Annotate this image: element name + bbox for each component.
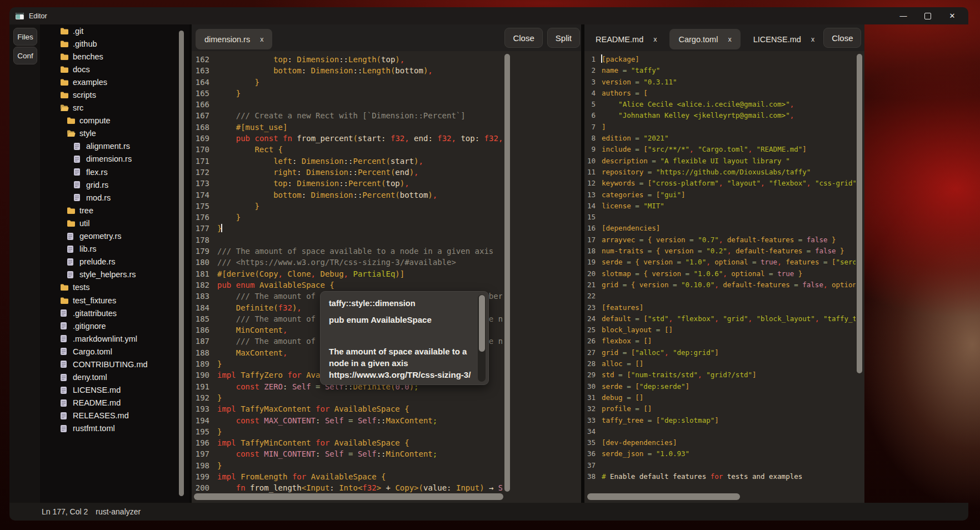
tab-license-md[interactable]: LICENSE.mdx [744,29,823,49]
code-line: edition = "2021" [602,133,856,144]
tree-item-scripts[interactable]: scripts [40,88,189,101]
right-horizontal-scrollbar[interactable] [587,493,740,500]
tree-item-label: tests [73,283,90,292]
tree-item-label: dimension.rs [86,154,132,163]
file-icon [73,168,82,176]
tree-item-label: .git [73,27,83,36]
left-split-button[interactable]: Split [547,28,580,48]
file-icon [67,271,76,279]
file-icon [60,373,69,382]
tree-item-readme-md[interactable]: README.md [40,397,189,409]
file-icon [60,347,69,356]
tree-item-benches[interactable]: benches [40,50,189,63]
tree-item-deny-toml[interactable]: deny.toml [40,371,189,384]
tree-item-label: rustfmt.toml [73,424,115,433]
tree-item-style[interactable]: style [40,127,189,140]
minimize-button[interactable]: — [895,9,912,23]
tree-item-dimension-rs[interactable]: dimension.rs [40,153,189,166]
tooltip-scrollbar-thumb[interactable] [479,295,485,352]
tree-item-examples[interactable]: examples [40,76,189,88]
tree-item-test-fixtures[interactable]: test_fixtures [40,294,189,307]
folder-icon [60,52,69,61]
file-icon [60,309,69,317]
tree-item-license-md[interactable]: LICENSE.md [40,384,189,397]
tab-close-icon[interactable]: x [811,36,814,43]
tree-item-util[interactable]: util [40,217,189,229]
tree-item-label: .github [73,39,97,48]
left-horizontal-scrollbar[interactable] [194,493,503,500]
code-line: } [217,88,502,99]
tree-item-lib-rs[interactable]: lib.rs [40,243,189,256]
file-icon [73,181,82,189]
tree-item--markdownlint-yml[interactable]: .markdownlint.yml [40,332,189,345]
tab-dimension-rs[interactable]: dimension.rs x [196,29,272,49]
folder-icon [60,39,69,48]
tree-item--git[interactable]: .git [40,24,189,37]
tree-item-contributing-md[interactable]: CONTRIBUTING.md [40,358,189,371]
tree-item-tests[interactable]: tests [40,281,189,294]
code-line: bottom: Dimension::Percent(bottom), [217,189,502,201]
tree-item-label: .gitignore [73,322,106,331]
tab-close-icon[interactable]: x [728,36,731,43]
code-line: std = ["num-traits/std", "grid?/std"] [602,369,856,381]
tree-item-geometry-rs[interactable]: geometry.rs [40,230,189,243]
tree-item-label: flex.rs [86,168,108,177]
tree-item-flex-rs[interactable]: flex.rs [40,166,189,178]
right-vertical-scrollbar[interactable] [857,54,862,373]
tab-readme-md[interactable]: README.mdx [587,29,666,49]
code-line: left: Dimension::Percent(start), [217,156,502,167]
close-button[interactable]: ✕ [944,9,961,23]
conf-button[interactable]: Conf [13,47,37,64]
editor-window: Editor — ✕ Files Conf .git.githubbenches… [9,7,968,521]
code-line: # Enable default features for tests and … [602,471,856,482]
code-line: grid = { version = "0.10.0", default-fea… [602,279,856,291]
right-tab-bar: README.mdxCargo.tomlxLICENSE.mdx Close S… [584,24,864,51]
tree-item-rustfmt-toml[interactable]: rustfmt.toml [40,422,189,435]
tree-item-releases-md[interactable]: RELEASES.md [40,409,189,422]
tree-item-grid-rs[interactable]: grid.rs [40,178,189,191]
code-line: include = ["src/**/*", "Cargo.toml", "RE… [602,144,856,155]
tree-item-label: util [79,219,90,228]
folder-icon [67,117,76,125]
tab-close-icon[interactable]: x [653,36,657,43]
status-bar: Ln 177, Col 2 rust-analyzer [9,503,968,521]
tooltip-doc-link[interactable]: https://www.w3.org/TR/css-sizing-3/ [329,369,472,381]
code-line: #[must_use] [217,122,502,133]
tree-item-mod-rs[interactable]: mod.rs [40,191,189,204]
tree-item--gitattributes[interactable]: .gitattributes [40,307,189,319]
tab-cargo-toml[interactable]: Cargo.tomlx [669,29,740,49]
code-line [602,291,856,302]
tree-item-label: README.md [73,398,121,407]
left-code-viewport[interactable]: 1621631641651661671681691701711721731741… [192,54,502,495]
right-tab-bar-tabs: README.mdxCargo.tomlxLICENSE.mdx [587,26,823,49]
tab-close-icon[interactable]: x [260,36,263,43]
left-vertical-scrollbar[interactable] [504,54,510,492]
code-line [602,426,856,437]
tree-item--github[interactable]: .github [40,37,189,50]
tree-item--gitignore[interactable]: .gitignore [40,319,189,332]
folder-icon [67,206,76,214]
code-line: flexbox = [] [602,336,856,347]
tooltip-scrollbar[interactable] [478,294,486,382]
right-close-button[interactable]: Close [823,28,861,48]
app-icon [16,13,24,19]
tree-item-compute[interactable]: compute [40,114,189,127]
files-button[interactable]: Files [13,28,37,46]
folder-open-icon [60,104,69,112]
tree-item-style-helpers-rs[interactable]: style_helpers.rs [40,268,189,281]
file-tree-scrollbar[interactable] [179,31,184,496]
right-code-viewport[interactable]: 1234567891011121314151617181920212223242… [584,54,856,495]
left-close-button[interactable]: Close [504,28,542,48]
tree-item-cargo-toml[interactable]: Cargo.toml [40,345,189,358]
lsp-name: rust-analyzer [96,507,141,516]
tree-item-prelude-rs[interactable]: prelude.rs [40,256,189,268]
tree-item-alignment-rs[interactable]: alignment.rs [40,140,189,153]
tree-item-docs[interactable]: docs [40,63,189,76]
file-icon [60,424,69,433]
file-icon [73,155,82,163]
maximize-icon [924,13,931,19]
tooltip-module-path: taffy::style::dimension [329,299,472,308]
tree-item-src[interactable]: src [40,102,189,114]
maximize-button[interactable] [919,9,936,23]
tree-item-tree[interactable]: tree [40,204,189,217]
